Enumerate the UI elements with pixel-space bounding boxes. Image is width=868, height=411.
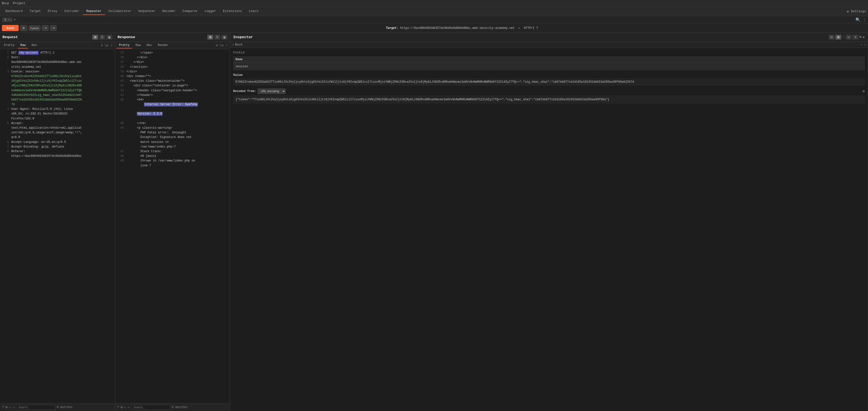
edit-icon[interactable]: ✏	[518, 26, 520, 30]
request-tab-hex[interactable]: Hex	[29, 42, 39, 48]
inspector-split-v[interactable]: ⇕	[852, 35, 859, 40]
inspector-nav-left-icon[interactable]: ‹	[860, 43, 862, 46]
add-tab-button[interactable]: +	[14, 18, 16, 22]
target-prefix: Target:	[386, 26, 398, 30]
tab-dashboard[interactable]: Dashboard	[2, 8, 26, 15]
inspector-nav-right-icon[interactable]: ›	[864, 43, 866, 46]
code-line: 41 <section class="maincontainer">	[115, 79, 230, 83]
code-line: xMjoiYWNjZXNzX3Rva2VuIjtz0jMy0iJ3N2RxdDR	[0, 83, 115, 88]
decoded-type-dropdown[interactable]: URL encoding	[257, 89, 286, 94]
settings-button[interactable]: ⚙	[20, 25, 27, 31]
nav-back-button[interactable]: ‹ ▾	[42, 25, 49, 31]
inspector-content: Cookie Name session Value %7b%22token%22…	[230, 48, 868, 411]
response-view-horizontal[interactable]: ☰	[214, 35, 220, 40]
repeater-tab-1[interactable]: 1 ×	[2, 18, 12, 22]
http-version: HTTP/1	[524, 26, 534, 30]
code-line: 45 <h4> Internal Server Error: Symfony V…	[115, 98, 230, 121]
tab-repeater[interactable]: Repeater	[83, 8, 105, 15]
nav-forward-button[interactable]: › ▾	[50, 25, 57, 31]
request-panel: Request ⊞ ☰ ▣ Pretty Raw Hex ≡ \n ⋮ 1 GE…	[0, 33, 115, 411]
target-url-value: https://0ac0004603d8357dc06d5e0d004e00ec…	[400, 26, 515, 30]
response-search-settings-icon[interactable]: ⚙	[121, 405, 122, 409]
tab-search-icon[interactable]: 🔍	[856, 18, 860, 22]
response-format-icon[interactable]: ≡	[216, 43, 218, 47]
response-search-input[interactable]	[131, 405, 170, 410]
request-search-back-icon[interactable]: ←	[9, 405, 11, 409]
response-tab-pretty[interactable]: Pretty	[117, 42, 132, 48]
code-line: z0jg6InVzZXJuYWxlIjtz0jY6IndpZW5lciI7czo	[0, 79, 115, 83]
tab-intruder[interactable]: Intruder	[61, 8, 83, 15]
request-tab-raw[interactable]: Raw	[18, 42, 28, 48]
request-format-icon[interactable]: ≡	[101, 43, 103, 47]
menu-burp[interactable]: Burp	[2, 2, 9, 5]
http-version-help-icon[interactable]: ?	[536, 26, 538, 30]
tab-proxy[interactable]: Proxy	[44, 8, 61, 15]
response-search-back-icon[interactable]: ←	[124, 405, 126, 409]
response-more-icon[interactable]: ⋮	[225, 43, 228, 47]
code-line: 1 GET /my-account HTTP/1.1	[0, 50, 115, 55]
code-line: 42 <div class="container is-page">	[115, 83, 230, 88]
response-tab-raw[interactable]: Raw	[133, 42, 143, 48]
tab-sequencer[interactable]: Sequencer	[135, 8, 159, 15]
request-view-vertical[interactable]: ▣	[106, 35, 113, 40]
response-search-forward-icon[interactable]: →	[128, 405, 129, 409]
inspector-decoded-value[interactable]: {"token":"TTzo00iJVc2VyIjoyOntz0jg6InVzZ…	[233, 95, 865, 104]
response-wrap-icon[interactable]: \n	[219, 43, 223, 47]
menu-project[interactable]: Project	[13, 2, 25, 5]
tab-target[interactable]: Target	[26, 8, 44, 15]
inspector-settings-icon[interactable]: ⚙	[860, 35, 861, 40]
menu-bar: Burp Project	[0, 0, 868, 7]
request-title: Request	[2, 35, 18, 39]
code-line: 4 User-Agent: Mozilla/5.0 (X11; Linux	[0, 107, 115, 111]
tab-comparer[interactable]: Comparer	[179, 8, 201, 15]
response-tab-render[interactable]: Render	[155, 42, 170, 48]
response-tab-hex[interactable]: Hex	[144, 42, 155, 48]
inspector-value-text[interactable]: %7b%22token%22%3a%22TTzo00iJVc2VyIjoyOnt…	[233, 78, 865, 85]
code-line: Exception: Signature does not	[115, 135, 230, 140]
nav-settings[interactable]: ⚙ Settings	[847, 9, 866, 13]
inspector-view-2[interactable]: ⊞	[835, 35, 841, 40]
request-view-horizontal[interactable]: ☰	[99, 35, 105, 40]
decoded-from-label: Decoded from:	[233, 90, 256, 93]
response-search-matches: 0 matches	[172, 406, 188, 409]
request-view-split[interactable]: ⊞	[92, 35, 98, 40]
request-tab-pretty[interactable]: Pretty	[1, 42, 17, 48]
code-line: PHP Fatal error: Uncaught	[115, 130, 230, 135]
inspector-panel: Inspector ⊟ ⊞ | ⇔ ⇕ ⚙ ✕ ‹ Back ‹ › Cooki…	[230, 33, 868, 411]
response-view-split[interactable]: ⊞	[207, 35, 213, 40]
code-line: 0ac0004603d8357dc06d5e0d004e00ec.web-sec	[0, 60, 115, 65]
decoded-add-icon[interactable]: ⊕	[862, 89, 865, 94]
request-search-settings-icon[interactable]: ⚙	[5, 405, 7, 409]
send-button[interactable]: Send	[2, 25, 19, 31]
code-line: ion/xml;q=0.9,image/avif,image/webp,*/*;	[0, 130, 115, 135]
response-code-area: 35 </span> 36 </div> 37 </div> 38 </sect…	[115, 49, 230, 403]
tab-learn[interactable]: Learn	[246, 8, 262, 15]
tab-logger[interactable]: Logger	[201, 8, 220, 15]
request-more-icon[interactable]: ⋮	[110, 43, 113, 47]
request-search-forward-icon[interactable]: →	[12, 405, 14, 409]
inspector-view-1[interactable]: ⊟	[829, 35, 834, 40]
decoded-from-row: Decoded from: URL encoding ⊕	[233, 89, 865, 94]
tab-extensions[interactable]: Extensions	[220, 8, 246, 15]
tab-menu-icon[interactable]: ⋮	[863, 18, 866, 22]
code-line: match session in	[115, 140, 230, 145]
request-search-input[interactable]	[16, 405, 55, 410]
request-wrap-icon[interactable]: \n	[104, 43, 108, 47]
response-search-help-icon[interactable]: ?	[117, 405, 119, 409]
inspector-name-value[interactable]: session	[233, 63, 865, 70]
inspector-split-h[interactable]: ⇔	[846, 35, 851, 40]
request-sub-tabs: Pretty Raw Hex ≡ \n ⋮	[0, 42, 115, 49]
code-line: 49 thrown in /var/www/index.php on	[115, 159, 230, 163]
request-search-help-icon[interactable]: ?	[2, 405, 4, 409]
response-search-bar: ? ⚙ ← → 0 matches	[115, 403, 230, 411]
code-line: 7 Accept-Encoding: gzip, deflate	[0, 145, 115, 149]
inspector-close-icon[interactable]: ✕	[862, 35, 865, 40]
tab-collaborator[interactable]: Collaborator	[105, 8, 135, 15]
request-search-matches: 0 matches	[57, 406, 73, 409]
cancel-button[interactable]: Cancel	[29, 26, 40, 31]
tab-1-close[interactable]: ×	[8, 19, 10, 21]
tab-decoder[interactable]: Decoder	[159, 8, 179, 15]
response-view-vertical[interactable]: ▣	[221, 35, 227, 40]
code-line: 44 </header>	[115, 93, 230, 98]
inspector-back-button[interactable]: ‹ Back	[232, 43, 243, 46]
